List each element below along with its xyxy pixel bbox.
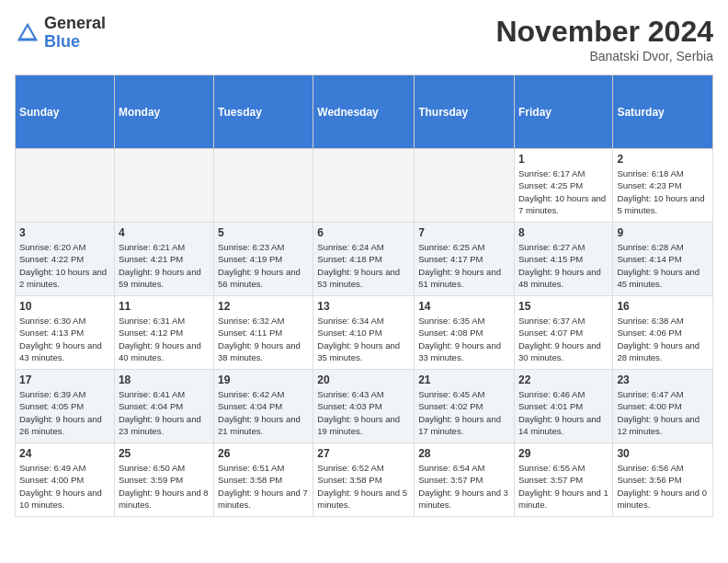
day-number: 21 bbox=[418, 373, 510, 386]
day-number: 7 bbox=[418, 226, 510, 239]
day-info: Sunrise: 6:24 AM Sunset: 4:18 PM Dayligh… bbox=[317, 241, 410, 290]
location: Banatski Dvor, Serbia bbox=[495, 49, 713, 63]
calendar-day-cell: 3Sunrise: 6:20 AM Sunset: 4:22 PM Daylig… bbox=[16, 223, 115, 296]
calendar-day-cell: 6Sunrise: 6:24 AM Sunset: 4:18 PM Daylig… bbox=[313, 223, 415, 296]
logo-icon bbox=[15, 20, 40, 46]
day-number: 12 bbox=[218, 300, 309, 313]
calendar-day-cell: 18Sunrise: 6:41 AM Sunset: 4:04 PM Dayli… bbox=[114, 370, 213, 443]
calendar-day-cell: 9Sunrise: 6:28 AM Sunset: 4:14 PM Daylig… bbox=[613, 223, 713, 296]
day-number: 26 bbox=[218, 447, 309, 460]
calendar-week-row: 1Sunrise: 6:17 AM Sunset: 4:25 PM Daylig… bbox=[16, 149, 713, 223]
calendar-day-cell: 27Sunrise: 6:52 AM Sunset: 3:58 PM Dayli… bbox=[313, 443, 415, 517]
day-info: Sunrise: 6:20 AM Sunset: 4:22 PM Dayligh… bbox=[19, 241, 110, 290]
calendar-day-cell: 11Sunrise: 6:31 AM Sunset: 4:12 PM Dayli… bbox=[114, 296, 213, 370]
day-info: Sunrise: 6:32 AM Sunset: 4:11 PM Dayligh… bbox=[218, 315, 309, 363]
calendar-week-row: 3Sunrise: 6:20 AM Sunset: 4:22 PM Daylig… bbox=[16, 223, 713, 296]
calendar-day-cell: 22Sunrise: 6:46 AM Sunset: 4:01 PM Dayli… bbox=[514, 370, 612, 443]
calendar-day-cell: 28Sunrise: 6:54 AM Sunset: 3:57 PM Dayli… bbox=[415, 443, 515, 517]
calendar-day-cell: 13Sunrise: 6:34 AM Sunset: 4:10 PM Dayli… bbox=[313, 296, 415, 370]
day-number: 27 bbox=[317, 447, 410, 460]
day-info: Sunrise: 6:18 AM Sunset: 4:23 PM Dayligh… bbox=[617, 167, 709, 216]
day-number: 24 bbox=[19, 447, 110, 460]
calendar-day-cell: 7Sunrise: 6:25 AM Sunset: 4:17 PM Daylig… bbox=[415, 223, 515, 296]
calendar-day-cell bbox=[114, 149, 213, 223]
day-info: Sunrise: 6:37 AM Sunset: 4:07 PM Dayligh… bbox=[518, 315, 609, 363]
calendar-day-cell: 15Sunrise: 6:37 AM Sunset: 4:07 PM Dayli… bbox=[514, 296, 612, 370]
day-number: 25 bbox=[119, 447, 210, 460]
weekday-header: Wednesday bbox=[313, 75, 415, 149]
day-number: 11 bbox=[119, 300, 210, 313]
day-info: Sunrise: 6:45 AM Sunset: 4:02 PM Dayligh… bbox=[418, 388, 510, 437]
title-block: November 2024 Banatski Dvor, Serbia bbox=[495, 15, 713, 63]
day-info: Sunrise: 6:27 AM Sunset: 4:15 PM Dayligh… bbox=[518, 241, 609, 290]
calendar: SundayMondayTuesdayWednesdayThursdayFrid… bbox=[15, 75, 713, 517]
calendar-day-cell bbox=[313, 149, 415, 223]
day-number: 8 bbox=[518, 226, 609, 239]
logo-blue: Blue bbox=[44, 33, 106, 52]
day-number: 13 bbox=[317, 300, 410, 313]
day-info: Sunrise: 6:35 AM Sunset: 4:08 PM Dayligh… bbox=[418, 315, 510, 363]
calendar-day-cell: 10Sunrise: 6:30 AM Sunset: 4:13 PM Dayli… bbox=[16, 296, 115, 370]
day-number: 2 bbox=[617, 153, 709, 166]
day-info: Sunrise: 6:34 AM Sunset: 4:10 PM Dayligh… bbox=[317, 315, 410, 363]
calendar-day-cell: 29Sunrise: 6:55 AM Sunset: 3:57 PM Dayli… bbox=[514, 443, 612, 517]
calendar-week-row: 10Sunrise: 6:30 AM Sunset: 4:13 PM Dayli… bbox=[16, 296, 713, 370]
calendar-day-cell: 24Sunrise: 6:49 AM Sunset: 4:00 PM Dayli… bbox=[16, 443, 115, 517]
weekday-header: Sunday bbox=[16, 75, 115, 149]
calendar-day-cell bbox=[415, 149, 515, 223]
day-info: Sunrise: 6:56 AM Sunset: 3:56 PM Dayligh… bbox=[617, 462, 709, 511]
day-number: 29 bbox=[518, 447, 609, 460]
day-info: Sunrise: 6:47 AM Sunset: 4:00 PM Dayligh… bbox=[617, 388, 709, 437]
day-number: 15 bbox=[518, 300, 609, 313]
weekday-header: Friday bbox=[514, 75, 612, 149]
day-number: 23 bbox=[617, 373, 709, 386]
calendar-day-cell bbox=[16, 149, 115, 223]
day-info: Sunrise: 6:52 AM Sunset: 3:58 PM Dayligh… bbox=[317, 462, 410, 511]
day-number: 16 bbox=[617, 300, 709, 313]
day-number: 6 bbox=[317, 226, 410, 239]
weekday-header-row: SundayMondayTuesdayWednesdayThursdayFrid… bbox=[16, 75, 713, 149]
calendar-week-row: 17Sunrise: 6:39 AM Sunset: 4:05 PM Dayli… bbox=[16, 370, 713, 443]
day-info: Sunrise: 6:30 AM Sunset: 4:13 PM Dayligh… bbox=[19, 315, 110, 363]
day-number: 1 bbox=[518, 153, 609, 166]
day-info: Sunrise: 6:43 AM Sunset: 4:03 PM Dayligh… bbox=[317, 388, 410, 437]
logo: General Blue bbox=[15, 15, 106, 52]
calendar-day-cell: 21Sunrise: 6:45 AM Sunset: 4:02 PM Dayli… bbox=[415, 370, 515, 443]
day-number: 4 bbox=[119, 226, 210, 239]
day-info: Sunrise: 6:49 AM Sunset: 4:00 PM Dayligh… bbox=[19, 462, 110, 511]
day-number: 3 bbox=[19, 226, 110, 239]
weekday-header: Tuesday bbox=[214, 75, 313, 149]
calendar-day-cell: 12Sunrise: 6:32 AM Sunset: 4:11 PM Dayli… bbox=[214, 296, 313, 370]
weekday-header: Thursday bbox=[415, 75, 515, 149]
day-info: Sunrise: 6:25 AM Sunset: 4:17 PM Dayligh… bbox=[418, 241, 510, 290]
weekday-header: Saturday bbox=[613, 75, 713, 149]
day-info: Sunrise: 6:54 AM Sunset: 3:57 PM Dayligh… bbox=[418, 462, 510, 511]
calendar-day-cell: 16Sunrise: 6:38 AM Sunset: 4:06 PM Dayli… bbox=[613, 296, 713, 370]
day-number: 20 bbox=[317, 373, 410, 386]
day-number: 14 bbox=[418, 300, 510, 313]
day-info: Sunrise: 6:46 AM Sunset: 4:01 PM Dayligh… bbox=[518, 388, 609, 437]
calendar-day-cell: 14Sunrise: 6:35 AM Sunset: 4:08 PM Dayli… bbox=[415, 296, 515, 370]
day-info: Sunrise: 6:55 AM Sunset: 3:57 PM Dayligh… bbox=[518, 462, 609, 511]
day-number: 5 bbox=[218, 226, 309, 239]
calendar-day-cell: 25Sunrise: 6:50 AM Sunset: 3:59 PM Dayli… bbox=[114, 443, 213, 517]
calendar-day-cell: 17Sunrise: 6:39 AM Sunset: 4:05 PM Dayli… bbox=[16, 370, 115, 443]
day-info: Sunrise: 6:51 AM Sunset: 3:58 PM Dayligh… bbox=[218, 462, 309, 511]
month-title: November 2024 bbox=[495, 15, 713, 49]
calendar-week-row: 24Sunrise: 6:49 AM Sunset: 4:00 PM Dayli… bbox=[16, 443, 713, 517]
logo-text: General Blue bbox=[44, 15, 106, 52]
day-info: Sunrise: 6:31 AM Sunset: 4:12 PM Dayligh… bbox=[119, 315, 210, 363]
calendar-day-cell bbox=[214, 149, 313, 223]
day-info: Sunrise: 6:23 AM Sunset: 4:19 PM Dayligh… bbox=[218, 241, 309, 290]
day-number: 9 bbox=[617, 226, 709, 239]
day-info: Sunrise: 6:38 AM Sunset: 4:06 PM Dayligh… bbox=[617, 315, 709, 363]
day-number: 28 bbox=[418, 447, 510, 460]
page-header: General Blue November 2024 Banatski Dvor… bbox=[15, 15, 713, 63]
day-info: Sunrise: 6:41 AM Sunset: 4:04 PM Dayligh… bbox=[119, 388, 210, 437]
calendar-day-cell: 23Sunrise: 6:47 AM Sunset: 4:00 PM Dayli… bbox=[613, 370, 713, 443]
day-number: 22 bbox=[518, 373, 609, 386]
day-info: Sunrise: 6:21 AM Sunset: 4:21 PM Dayligh… bbox=[119, 241, 210, 290]
calendar-day-cell: 2Sunrise: 6:18 AM Sunset: 4:23 PM Daylig… bbox=[613, 149, 713, 223]
day-info: Sunrise: 6:39 AM Sunset: 4:05 PM Dayligh… bbox=[19, 388, 110, 437]
day-number: 10 bbox=[19, 300, 110, 313]
